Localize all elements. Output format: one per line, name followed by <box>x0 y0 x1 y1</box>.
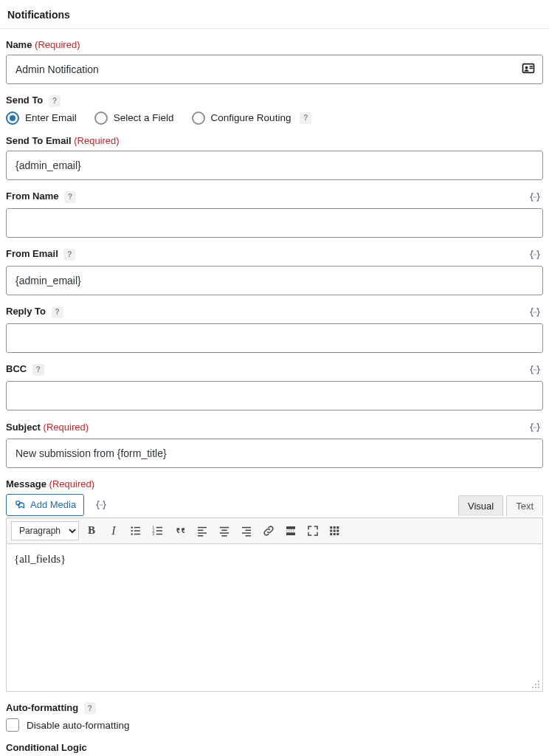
help-icon[interactable]: ? <box>84 702 96 714</box>
svg-rect-42 <box>336 533 339 535</box>
read-more-icon[interactable] <box>281 521 300 540</box>
from-email-label-text: From Email <box>6 248 58 259</box>
subject-label: Subject (Required) <box>6 422 89 433</box>
page-title: Notifications <box>0 0 549 28</box>
message-editor[interactable]: {all_fields} <box>6 544 543 692</box>
bcc-input[interactable] <box>6 381 543 410</box>
radio-icon <box>94 111 108 125</box>
bcc-label-text: BCC <box>6 363 27 374</box>
radio-label: Select a Field <box>114 112 174 123</box>
svg-point-8 <box>131 529 133 531</box>
numbered-list-icon[interactable]: 123 <box>148 521 168 540</box>
radio-icon <box>6 111 19 125</box>
reply-to-label-text: Reply To <box>6 306 46 317</box>
svg-rect-40 <box>330 533 332 535</box>
italic-icon[interactable]: I <box>104 521 123 540</box>
tab-visual[interactable]: Visual <box>458 495 503 516</box>
paragraph-select[interactable]: Paragraph <box>11 521 79 540</box>
auto-formatting-label-text: Auto-formatting <box>6 702 78 713</box>
message-content: {all_fields} <box>14 553 66 565</box>
conditional-logic-label: Conditional Logic <box>6 742 543 753</box>
from-name-input[interactable] <box>6 208 543 238</box>
svg-rect-34 <box>330 526 332 529</box>
reply-to-input[interactable] <box>6 323 543 353</box>
id-card-icon[interactable] <box>521 61 536 78</box>
send-to-email-label: Send To Email (Required) <box>6 135 543 146</box>
merge-tag-icon[interactable] <box>93 498 109 512</box>
media-icon <box>14 499 26 511</box>
bcc-label: BCC ? <box>6 363 44 376</box>
required-indicator: (Required) <box>49 478 94 489</box>
name-input[interactable] <box>6 55 543 84</box>
radio-label: Enter Email <box>25 112 77 123</box>
from-email-label: From Email ? <box>6 248 75 261</box>
radio-label: Configure Routing <box>211 112 291 123</box>
bold-icon[interactable]: B <box>82 521 101 540</box>
resize-grip-icon[interactable] <box>531 679 541 690</box>
blockquote-icon[interactable] <box>170 521 190 540</box>
required-indicator: (Required) <box>74 135 119 146</box>
svg-rect-35 <box>334 526 336 529</box>
help-icon[interactable]: ? <box>300 112 311 124</box>
add-media-button[interactable]: Add Media <box>6 494 84 516</box>
svg-rect-33 <box>286 532 295 535</box>
merge-tag-icon[interactable] <box>527 363 543 377</box>
send-to-email-label-text: Send To Email <box>6 135 72 146</box>
help-icon[interactable]: ? <box>49 95 61 107</box>
link-icon[interactable] <box>259 521 278 540</box>
message-label: Message (Required) <box>6 478 543 489</box>
add-media-label: Add Media <box>30 499 76 510</box>
merge-tag-icon[interactable] <box>527 306 543 319</box>
from-name-label: From Name ? <box>6 190 76 203</box>
help-icon[interactable]: ? <box>52 306 63 318</box>
svg-rect-37 <box>330 529 332 532</box>
align-right-icon[interactable] <box>237 521 256 540</box>
name-label-text: Name <box>6 39 32 50</box>
merge-tag-icon[interactable] <box>527 190 543 204</box>
checkbox-label: Disable auto-formatting <box>27 720 130 731</box>
send-to-option-enter-email[interactable]: Enter Email <box>6 111 77 125</box>
svg-point-9 <box>131 533 133 535</box>
bullet-list-icon[interactable] <box>126 521 145 540</box>
subject-label-text: Subject <box>6 422 41 433</box>
fullscreen-icon[interactable] <box>303 521 322 540</box>
send-to-label-text: Send To <box>6 94 43 106</box>
subject-input[interactable] <box>6 439 543 468</box>
svg-rect-39 <box>336 529 339 532</box>
align-left-icon[interactable] <box>193 521 212 540</box>
toolbar-toggle-icon[interactable] <box>325 521 345 540</box>
align-center-icon[interactable] <box>215 521 234 540</box>
help-icon[interactable]: ? <box>64 191 76 203</box>
name-label: Name (Required) <box>6 39 543 50</box>
required-indicator: (Required) <box>35 39 80 50</box>
reply-to-label: Reply To ? <box>6 306 63 318</box>
disable-auto-formatting-checkbox[interactable] <box>6 718 19 732</box>
svg-rect-31 <box>286 526 295 529</box>
send-to-option-configure-routing[interactable]: Configure Routing ? <box>192 111 312 125</box>
tab-text[interactable]: Text <box>506 495 543 516</box>
message-label-text: Message <box>6 478 46 489</box>
merge-tag-icon[interactable] <box>527 248 543 261</box>
merge-tag-icon[interactable] <box>527 421 543 434</box>
from-name-label-text: From Name <box>6 190 59 202</box>
send-to-email-input[interactable] <box>6 151 543 180</box>
help-icon[interactable]: ? <box>63 249 75 261</box>
svg-rect-41 <box>334 533 336 535</box>
auto-formatting-label: Auto-formatting ? <box>6 702 543 715</box>
send-to-option-select-field[interactable]: Select a Field <box>94 111 174 125</box>
send-to-label: Send To ? <box>6 94 543 107</box>
svg-text:3: 3 <box>153 532 155 536</box>
radio-icon <box>192 111 205 125</box>
from-email-input[interactable] <box>6 266 543 295</box>
svg-point-7 <box>131 526 133 528</box>
svg-rect-36 <box>336 526 339 529</box>
svg-rect-38 <box>334 529 336 532</box>
editor-toolbar: Paragraph B I 123 <box>6 518 543 544</box>
help-icon[interactable]: ? <box>32 364 44 376</box>
required-indicator: (Required) <box>44 422 89 433</box>
